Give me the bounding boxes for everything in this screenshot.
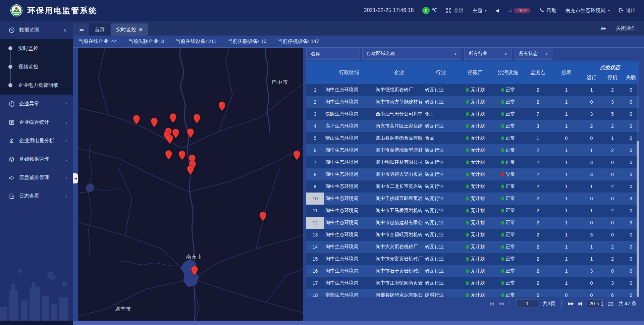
table-row[interactable]: 1阆中生态环境局阆中强锐页岩砖厂砖瓦行业无计划正常21120 <box>306 84 639 96</box>
sidebar-item-企业异常[interactable]: 企业异常‹ <box>0 95 73 113</box>
table-row[interactable]: 13阆中生态环境局阆中市金福旺页岩机砖砖瓦行业无计划正常21300 <box>306 229 639 241</box>
map-pin[interactable] <box>259 211 267 221</box>
table-row[interactable]: 16阆中生态环境局阆中市石子页岩机砖厂砖瓦行业无计划正常21300 <box>306 265 639 277</box>
status-dot-green-icon <box>501 112 504 116</box>
cell-industry: 砖瓦行业 <box>424 253 458 265</box>
table-row[interactable]: 7阆中生态环境局阆中明阳建材有限公司砖瓦行业无计划正常21300 <box>306 156 639 168</box>
chevron-left-icon: ‹ <box>65 101 67 107</box>
table-row[interactable]: 14阆中生态环境局阆中大兴页岩机砖厂砖瓦行业无计划正常21120 <box>306 241 639 253</box>
pager-divider: │ <box>508 301 512 307</box>
sidebar-item-企业综合统计[interactable]: 企业综合统计‹ <box>0 113 73 131</box>
double-left-arrow-icon: ◀◀ <box>79 28 83 32</box>
first-page-button[interactable]: ◀ <box>490 301 493 306</box>
double-right-arrow-icon: ▶▶ <box>601 26 606 30</box>
stat-当前失联企业: 当前失联企业: 3 <box>128 38 164 45</box>
cell-meters: 0 <box>552 132 581 144</box>
cell-stop: 6 <box>602 289 623 297</box>
facility-label: 正常 <box>506 87 515 93</box>
industry-filter-select[interactable]: 所有行业∨ <box>464 48 512 60</box>
map-pin[interactable] <box>166 134 173 144</box>
sidebar-item-企业电力负荷明细[interactable]: 企业电力负荷明细 <box>0 76 73 95</box>
tab-label: 首页 <box>95 26 105 33</box>
status-dot-green-icon <box>466 148 469 152</box>
theme-dropdown[interactable]: 主题 ▾ <box>472 7 487 14</box>
sidebar-item-视频监控[interactable]: 视频监控 <box>0 58 73 76</box>
status-dot-green-icon <box>466 209 469 213</box>
status-dot-green-icon <box>501 257 504 261</box>
cell-facility-status: 正常 <box>492 144 524 156</box>
row-index: 15 <box>306 253 324 265</box>
logout-button[interactable]: 退出 <box>619 7 636 14</box>
name-filter-input[interactable] <box>306 48 360 60</box>
table-row[interactable]: 8阆中生态环境局阆中市枣碧大梁山页岩砖瓦行业无计划异常21300 <box>306 168 639 180</box>
stat-当前在线设备: 当前在线设备: 211 <box>175 38 216 45</box>
table-row[interactable]: 4高坪生态环境局南充市高坪区王家店建砖瓦行业无计划正常31220 <box>306 120 639 132</box>
table-row[interactable]: 6阆中生态环境局阆中市金博瑞新型墙材砖瓦行业无计划正常21120 <box>306 144 639 156</box>
cell-run: 0 <box>581 277 602 289</box>
facility-label: 正常 <box>506 183 515 189</box>
tab-实时监控[interactable]: 实时监控⊗ <box>111 23 148 36</box>
region-filter-select[interactable]: 行政区域名称∨ <box>362 48 461 60</box>
next-page-button[interactable]: ▶▶ <box>568 301 574 306</box>
sidebar-collapse-handle[interactable]: ◀ <box>73 173 78 183</box>
row-index: 9 <box>306 180 324 193</box>
status-dot-green-icon <box>501 269 504 273</box>
sidebar-item-label: 企业综合统计 <box>19 119 49 125</box>
cell-industry: 砖瓦行业 <box>424 241 458 253</box>
tabs-scroll-right-button[interactable]: ▶▶ <box>601 26 606 31</box>
cell-facility-status: 正常 <box>492 217 524 229</box>
mute-speaker-button[interactable]: ◀ <box>495 8 499 13</box>
map-pin[interactable] <box>151 117 158 127</box>
status-dot-green-icon <box>501 184 504 188</box>
scrollbar-thumb[interactable] <box>637 141 639 297</box>
cell-production-status: 无计划 <box>458 265 492 277</box>
help-button[interactable]: 帮助 <box>539 7 556 14</box>
map[interactable]: 巴中市南充市遂宁市 <box>78 48 303 321</box>
fullscreen-button[interactable]: 全屏 <box>446 7 464 14</box>
table-row[interactable]: 18南部生态环境局南部县砚华水泥有限公建材行业无计划正常60060 <box>306 289 639 297</box>
map-pin[interactable] <box>193 114 201 124</box>
sidebar-item-数据监测[interactable]: 数据监测∨ <box>0 21 73 39</box>
map-pin[interactable] <box>191 266 198 276</box>
prev-page-button[interactable]: ◀◀ <box>498 301 503 306</box>
sidebar-item-应急减排管理[interactable]: 应急减排管理‹ <box>0 168 73 187</box>
table-row[interactable]: 15阆中生态环境局阆中市光富页岩机砖厂砖瓦行业无计划正常21120 <box>306 253 639 265</box>
sidebar-item-企业用电量分析[interactable]: 企业用电量分析‹ <box>0 131 73 150</box>
map-pin[interactable] <box>293 150 301 160</box>
map-pin[interactable] <box>218 101 226 111</box>
notification-area[interactable]: 2632 <box>508 8 531 13</box>
table-row[interactable]: 17阆中生态环境局阆中市江南镇阆南页岩砖瓦行业无计划正常21030 <box>306 277 639 289</box>
map-pin[interactable] <box>187 128 194 138</box>
close-operations-button[interactable]: 关闭操作 <box>616 25 636 32</box>
table-row[interactable]: 11阆中生态环境局阆中市五马桥页岩机砖砖瓦行业无计划正常21120 <box>306 205 639 217</box>
temperature-widget: 0 ℃ <box>422 7 437 14</box>
cell-run: 3 <box>581 265 602 277</box>
close-icon[interactable]: ⊗ <box>139 27 143 32</box>
page-number-input[interactable] <box>517 299 538 308</box>
tabs-scroll-left-button[interactable]: ◀◀ <box>73 23 89 36</box>
status-filter-select[interactable]: 所有状态∨ <box>515 48 552 60</box>
map-pin[interactable] <box>133 115 140 125</box>
map-pin[interactable] <box>178 150 186 160</box>
table-row[interactable]: 2阆中生态环境局阆中市南方节能建材有砖瓦行业无计划正常21030 <box>306 96 639 108</box>
tab-首页[interactable]: 首页 <box>89 23 110 36</box>
sidebar-item-实时监控[interactable]: 实时监控 <box>0 39 73 58</box>
chevron-left-icon: ‹ <box>65 175 67 180</box>
table-row[interactable]: 5营山生态环境局营山县润丰肉食品有限食品无计划正常10010 <box>306 132 639 144</box>
map-pin[interactable] <box>169 113 177 123</box>
table-row[interactable]: 10阆中生态环境局阆中千佛镇五郎垭页岩砖瓦行业无计划正常21003 <box>306 193 639 205</box>
sidebar-item-日志查看[interactable]: 日志查看‹ <box>0 187 73 205</box>
pager-divider: │ <box>560 301 564 307</box>
sidebar-item-基础数据管理[interactable]: 基础数据管理‹ <box>0 150 73 168</box>
table-row[interactable]: 12阆中生态环境局阆中市忠信建材有限公砖瓦行业无计划正常21003 <box>306 217 639 229</box>
last-page-button[interactable]: ▶ <box>579 301 582 306</box>
map-pin[interactable] <box>165 150 172 160</box>
cell-points: 2 <box>524 253 552 265</box>
status-dot-green-icon <box>501 136 504 140</box>
table-row[interactable]: 3仪陇生态环境局西南油气田分公司川中化工无计划正常71350 <box>306 108 639 120</box>
cell-region: 阆中生态环境局 <box>324 156 374 168</box>
org-dropdown[interactable]: 南充市生态环境局 ▾ <box>565 7 610 14</box>
map-pin[interactable] <box>187 165 194 175</box>
table-row[interactable]: 9阆中生态环境局阆中市二龙长宝页岩砖砖瓦行业无计划正常21120 <box>306 180 639 193</box>
cell-region: 阆中生态环境局 <box>324 217 374 229</box>
